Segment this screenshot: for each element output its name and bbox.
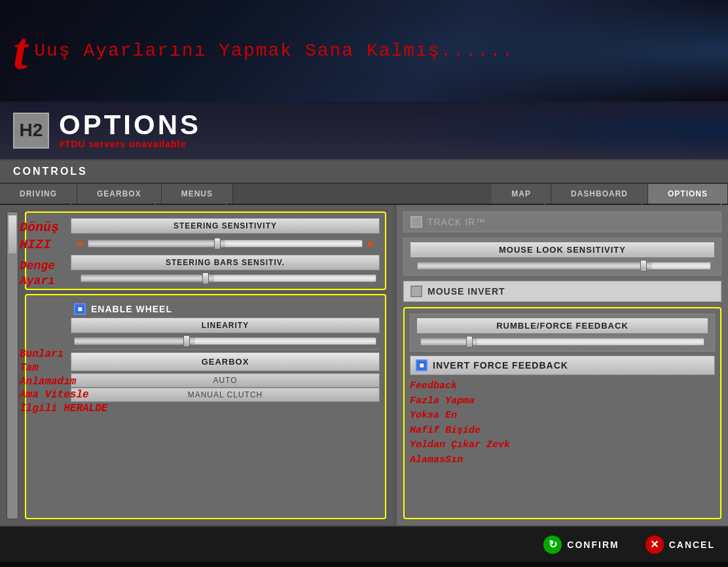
cancel-label: CANCEL (669, 540, 715, 550)
invert-ff-checkbox[interactable]: ■ (416, 359, 428, 371)
cancel-icon: ✕ (646, 536, 664, 554)
options-title: OPTIONS (59, 111, 201, 139)
enable-wheel-checkbox[interactable]: ■ (74, 303, 86, 315)
left-panel: DönüşHIZI STEERING SENSITIVITY ◄ ► Denge… (0, 205, 393, 526)
subtitle-prefix: #TDU (59, 139, 86, 149)
top-banner: t Uuş Ayarlarını Yapmak Sana Kalmış.....… (0, 0, 728, 101)
scrollbar-thumb[interactable] (8, 215, 17, 254)
cancel-button[interactable]: ✕ CANCEL (646, 536, 715, 554)
confirm-label: CONFIRM (567, 540, 619, 550)
annotation-donus-hizi: DönüşHIZI (20, 219, 59, 253)
steering-sensitivity-track: ◄ ► (71, 236, 380, 251)
tab-spacer (233, 184, 492, 204)
annotation-feedback: FeedbackFazla YapmaYoksa EnHafif BişideY… (410, 379, 715, 467)
tab-dashboard[interactable]: DASHBOARD (551, 184, 648, 204)
banner-text: Uuş Ayarlarını Yapmak Sana Kalmış...... (34, 41, 514, 61)
invert-ff-label: INVERT FORCE FEEDBACK (433, 360, 568, 371)
section-box-bottom: BunlarıTamAnlamadımAma Vitesleİlgili HER… (25, 294, 386, 519)
tab-gearbox[interactable]: GEARBOX (77, 184, 162, 204)
tab-driving[interactable]: DRIVING (0, 184, 77, 204)
rumble-box: RUMBLE/FORCE FEEDBACK (410, 314, 715, 352)
tab-map[interactable]: MAP (492, 184, 551, 204)
tab-options[interactable]: OPTIONS (648, 184, 728, 204)
main-content: DönüşHIZI STEERING SENSITIVITY ◄ ► Denge… (0, 205, 728, 526)
invert-ff-row: ■ INVERT FORCE FEEDBACK (410, 356, 715, 375)
steering-sensitivity-bar[interactable] (88, 240, 363, 247)
mouse-invert-label: MOUSE INVERT (428, 286, 505, 297)
steering-bars-label: STEERING BARS SENSITIV. (71, 255, 380, 270)
rumble-label: RUMBLE/FORCE FEEDBACK (417, 318, 708, 333)
controls-label: CONTROLS (13, 166, 88, 177)
linearity-bar[interactable] (74, 337, 376, 345)
right-panel: TRACK IR™ MOUSE LOOK SENSITIVITY MOUSE I… (397, 205, 728, 526)
controls-content: DönüşHIZI STEERING SENSITIVITY ◄ ► Denge… (25, 211, 386, 519)
scrollbar-left[interactable] (7, 211, 18, 519)
linearity-label: LINEARITY (71, 318, 380, 333)
enable-wheel-label: ENABLE WHEEL (91, 304, 172, 314)
annotation-denge-ayari: DengeAyarı (20, 259, 55, 289)
options-subtitle: #TDU servers unavailable (59, 139, 201, 149)
steering-bars-track (71, 273, 380, 284)
options-title-group: OPTIONS #TDU servers unavailable (59, 111, 201, 149)
banner-logo: t (13, 25, 27, 77)
divider-1 (71, 349, 380, 350)
force-feedback-box: RUMBLE/FORCE FEEDBACK ■ INVERT FORCE FEE… (403, 307, 721, 519)
section-box-top: DönüşHIZI STEERING SENSITIVITY ◄ ► Denge… (25, 211, 386, 290)
options-header: H2 OPTIONS #TDU servers unavailable (0, 101, 728, 160)
subtitle-suffix: servers unavailable (88, 139, 186, 149)
mouse-look-label: MOUSE LOOK SENSITIVITY (410, 242, 714, 257)
tabs-row: DRIVING GEARBOX MENUS MAP DASHBOARD OPTI… (0, 184, 728, 205)
gearbox-button[interactable]: GEARBOX (71, 352, 380, 371)
auto-value: AUTO (71, 373, 380, 388)
trackir-row: TRACK IR™ (403, 211, 721, 232)
mouse-look-bar[interactable] (417, 262, 711, 270)
rumble-track (417, 337, 708, 347)
controls-bar: CONTROLS (0, 160, 728, 184)
rumble-bar[interactable] (420, 338, 704, 346)
steering-sensitivity-left-arrow[interactable]: ◄ (74, 238, 84, 249)
mouse-invert-row: MOUSE INVERT (403, 281, 721, 302)
manual-value: MANUAL CLUTCH (71, 388, 380, 402)
mouse-invert-checkbox[interactable] (410, 285, 422, 297)
trackir-checkbox[interactable] (410, 216, 422, 228)
confirm-icon: ↻ (543, 536, 562, 554)
enable-wheel-row: ■ ENABLE WHEEL (71, 301, 380, 318)
trackir-label: TRACK IR™ (428, 217, 485, 227)
confirm-button[interactable]: ↻ CONFIRM (543, 536, 619, 554)
tab-menus[interactable]: MENUS (162, 184, 233, 204)
options-icon: H2 (13, 113, 49, 149)
linearity-track (71, 336, 380, 346)
steering-bars-bar[interactable] (81, 274, 376, 282)
steering-sensitivity-label: STEERING SENSITIVITY (71, 218, 380, 234)
mouse-look-track (410, 261, 714, 271)
steering-sensitivity-right-arrow[interactable]: ► (366, 238, 376, 249)
bottom-bar: ↻ CONFIRM ✕ CANCEL (0, 526, 728, 562)
mouse-look-box: MOUSE LOOK SENSITIVITY (403, 238, 721, 276)
